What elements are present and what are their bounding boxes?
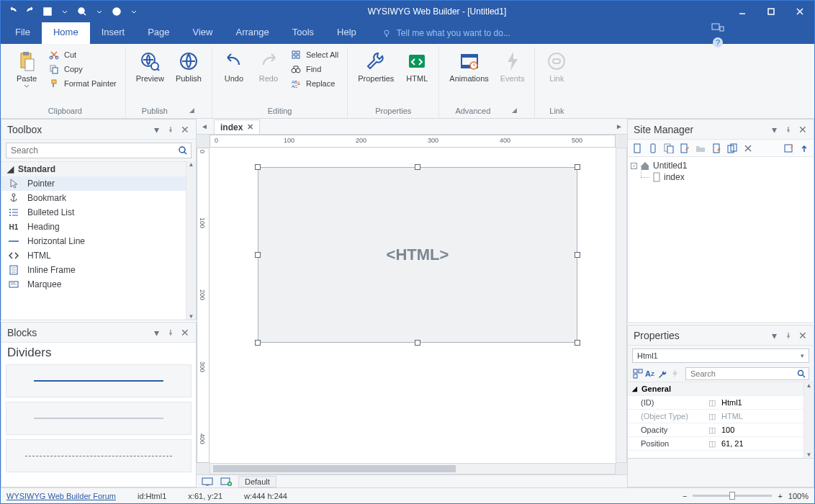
toolbox-item-pointer[interactable]: Pointer (1, 176, 186, 191)
scrollbar-vertical[interactable] (616, 148, 627, 463)
zoom-control[interactable]: − + 100% (683, 492, 809, 500)
undo-big-button[interactable]: Undo (218, 47, 250, 86)
divider-block-3[interactable] (6, 439, 192, 472)
tab-next-icon[interactable]: ► (614, 121, 624, 131)
toolbox-item-inline-frame[interactable]: Inline Frame (1, 263, 186, 277)
property-grid[interactable]: ◢General (ID)◫Html1 (Object Type)◫HTML O… (628, 382, 814, 458)
pin-icon[interactable] (166, 125, 176, 135)
search-icon[interactable] (175, 143, 191, 158)
html-button[interactable]: HTML (401, 47, 433, 86)
zoom-in-icon[interactable]: + (778, 492, 782, 500)
pin-icon[interactable] (783, 125, 793, 135)
close-icon[interactable]: ✕ (180, 328, 190, 338)
refresh-icon[interactable] (782, 142, 795, 155)
find-button[interactable]: Find (287, 63, 341, 76)
property-row-id[interactable]: (ID)◫Html1 (628, 396, 814, 410)
events-icon[interactable] (669, 367, 680, 380)
save-button[interactable] (40, 4, 55, 19)
display-mode-button[interactable] (711, 22, 724, 32)
toolbox-item-marquee[interactable]: Marquee (1, 277, 186, 292)
pin-icon[interactable] (166, 328, 176, 338)
panel-menu-icon[interactable]: ▾ (769, 125, 779, 135)
events-button[interactable]: Events (496, 47, 529, 86)
dialog-launcher-icon[interactable]: ◢ (189, 107, 194, 114)
resize-handle[interactable] (575, 252, 580, 258)
object-selector[interactable]: Html1▾ (632, 348, 809, 363)
panel-menu-icon[interactable]: ▾ (769, 330, 779, 341)
tab-close-icon[interactable]: ✕ (247, 122, 253, 132)
resize-handle[interactable] (255, 164, 261, 170)
resize-handle[interactable] (415, 164, 420, 170)
save-dropdown[interactable] (57, 4, 73, 19)
panel-menu-icon[interactable]: ▾ (151, 328, 161, 338)
menu-page[interactable]: Page (136, 22, 181, 44)
copy-page-icon[interactable] (726, 142, 739, 155)
undo-button[interactable] (5, 4, 21, 19)
redo-big-button[interactable]: Redo (253, 47, 284, 86)
toolbox-search-input[interactable] (6, 143, 175, 158)
toolbox-search[interactable] (6, 143, 192, 158)
menu-view[interactable]: View (181, 22, 225, 44)
toolbox-item-bookmark[interactable]: Bookmark (1, 191, 186, 205)
scrollbar[interactable]: ▲▼ (186, 161, 196, 320)
properties-search[interactable] (685, 367, 809, 380)
zoom-out-icon[interactable]: − (683, 492, 687, 500)
close-icon[interactable]: ✕ (180, 125, 190, 135)
preview-dropdown[interactable] (91, 4, 107, 19)
add-breakpoint-icon[interactable] (220, 477, 233, 487)
alphabetical-icon[interactable]: AZ (644, 367, 655, 380)
tell-me-search[interactable]: Tell me what you want to do... (368, 22, 624, 44)
property-row-opacity[interactable]: Opacity◫100 (628, 423, 814, 437)
toolbox-item-html[interactable]: HTML (1, 248, 186, 263)
resize-handle[interactable] (575, 164, 580, 170)
format-painter-button[interactable]: Format Painter (45, 77, 120, 90)
toolbox-item-heading[interactable]: H1Heading (1, 220, 186, 234)
tab-prev-icon[interactable]: ◄ (199, 121, 210, 131)
forum-link[interactable]: WYSIWYG Web Builder Forum (6, 492, 116, 500)
close-button[interactable] (785, 1, 814, 22)
close-icon[interactable]: ✕ (798, 125, 808, 135)
paste-button[interactable]: Paste (11, 47, 42, 91)
link-button[interactable]: Link (541, 47, 572, 86)
publish-button[interactable] (109, 4, 125, 19)
clone-page-icon[interactable] (662, 142, 675, 155)
page-properties-icon[interactable] (710, 142, 723, 155)
menu-insert[interactable]: Insert (90, 22, 137, 44)
pin-icon[interactable] (783, 330, 793, 341)
maximize-button[interactable] (757, 1, 785, 22)
property-row-position[interactable]: Position◫61, 21 (628, 437, 814, 451)
breakpoint-default[interactable]: Default (238, 476, 276, 487)
wrench-icon[interactable] (657, 367, 667, 380)
select-all-button[interactable]: Select All (287, 48, 341, 61)
properties-search-input[interactable] (686, 368, 794, 379)
toolbox-item-horizontal-line[interactable]: Horizontal Line (1, 234, 186, 248)
menu-file[interactable]: File (4, 22, 42, 44)
edit-page-icon[interactable] (678, 142, 691, 155)
menu-help[interactable]: Help (325, 22, 368, 44)
preview-button[interactable]: Preview (132, 47, 168, 86)
scrollbar-horizontal[interactable] (210, 463, 616, 474)
close-icon[interactable]: ✕ (798, 330, 808, 341)
cut-button[interactable]: Cut (45, 48, 120, 61)
menu-tools[interactable]: Tools (281, 22, 325, 44)
panel-menu-icon[interactable]: ▾ (151, 125, 161, 135)
desktop-view-icon[interactable] (201, 477, 214, 487)
tree-root[interactable]: -Untitled1 (631, 160, 811, 171)
canvas[interactable]: <HTML> (210, 148, 616, 463)
scrollbar[interactable]: ▲▼ (803, 382, 814, 458)
resize-handle[interactable] (415, 340, 420, 346)
toolbox-item-bulleted-list[interactable]: Bulleted List (1, 205, 186, 220)
html-object[interactable]: <HTML> (258, 167, 577, 343)
divider-block-1[interactable] (6, 364, 192, 397)
new-page-icon[interactable] (631, 142, 644, 155)
properties-button[interactable]: Properties (354, 47, 398, 86)
menu-home[interactable]: Home (42, 22, 90, 44)
dialog-launcher-icon[interactable]: ◢ (512, 107, 517, 114)
search-icon[interactable] (794, 368, 809, 379)
publish-button[interactable]: Publish (171, 47, 206, 86)
upload-icon[interactable] (798, 142, 811, 155)
collapse-icon[interactable]: - (631, 163, 637, 169)
preview-button[interactable] (74, 4, 90, 19)
menu-arrange[interactable]: Arrange (224, 22, 280, 44)
property-category[interactable]: ◢General (628, 382, 814, 396)
